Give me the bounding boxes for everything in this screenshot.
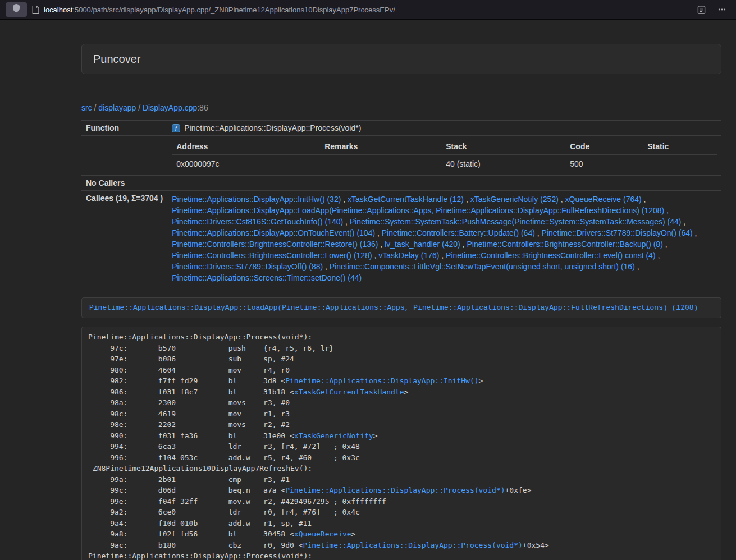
divider xyxy=(81,90,721,90)
callee-separator: , xyxy=(642,195,646,204)
function-title: f Pinetime::Applications::DisplayApp::Pr… xyxy=(172,123,717,132)
callee-separator: , xyxy=(460,240,467,249)
callee-separator: , xyxy=(464,195,470,204)
callee-link[interactable]: Pinetime::Drivers::St7789::DisplayOn() (… xyxy=(542,228,693,237)
cell-code: 500 xyxy=(565,155,643,172)
function-icon: f xyxy=(172,124,180,132)
column-header-static: Static xyxy=(643,139,717,155)
callee-link[interactable]: Pinetime::Components::LittleVgl::SetNewT… xyxy=(330,262,635,271)
code-symbol-link[interactable]: xQueueReceive xyxy=(294,530,351,538)
reader-mode-icon[interactable] xyxy=(697,6,706,14)
breadcrumb-separator: / xyxy=(92,103,99,112)
tracking-protection-button[interactable] xyxy=(6,2,27,17)
function-name: Pinetime::Applications::DisplayApp::Proc… xyxy=(184,123,361,132)
page-icon xyxy=(32,6,39,14)
callee-link[interactable]: Pinetime::Controllers::BrightnessControl… xyxy=(172,240,378,249)
breadcrumb-separator: / xyxy=(136,103,143,112)
callee-link[interactable]: Pinetime::Controllers::BrightnessControl… xyxy=(467,240,662,249)
callee-separator: , xyxy=(323,262,330,271)
symbol-details-row: Address Remarks Stack Code Static 0x0000… xyxy=(81,136,721,176)
column-header-remarks: Remarks xyxy=(320,139,441,155)
callee-separator: , xyxy=(375,228,382,237)
page-content: Puncover src / displayapp / DisplayApp.c… xyxy=(81,44,721,560)
breadcrumb-line-number: :86 xyxy=(197,103,208,112)
callees-label: Callees (19, Σ=3704 ) xyxy=(81,191,167,287)
callee-link[interactable]: Pinetime::Applications::Screens::Timer::… xyxy=(172,273,362,282)
browser-url-bar: localhost:5000/path/src/displayapp/Displ… xyxy=(0,0,736,20)
callee-separator: , xyxy=(681,217,685,226)
callees-row: Callees (19, Σ=3704 ) Pinetime::Applicat… xyxy=(81,191,721,287)
callee-separator: , xyxy=(439,251,446,260)
no-callers-row: No Callers xyxy=(81,176,721,191)
cell-address: 0x0000097c xyxy=(172,155,320,172)
callee-separator: , xyxy=(693,228,697,237)
callee-separator: , xyxy=(664,206,669,215)
callees-list: Pinetime::Applications::DisplayApp::Init… xyxy=(167,191,721,287)
breadcrumb-link[interactable]: displayapp xyxy=(98,103,136,112)
highlighted-symbol-link[interactable]: Pinetime::Applications::DisplayApp::Load… xyxy=(89,304,698,312)
callee-link[interactable]: xTaskGenericNotify (252) xyxy=(470,195,559,204)
breadcrumb-link[interactable]: DisplayApp.cpp xyxy=(143,103,197,112)
callee-link[interactable]: Pinetime::Applications::DisplayApp::Init… xyxy=(172,195,341,204)
cell-remarks xyxy=(320,155,441,172)
url-text: localhost:5000/path/src/displayapp/Displ… xyxy=(44,6,395,14)
header-panel: Puncover xyxy=(81,44,721,74)
cell-static xyxy=(643,155,717,172)
callee-link[interactable]: Pinetime::Controllers::Battery::Update()… xyxy=(382,228,535,237)
disassembly-code: Pinetime::Applications::DisplayApp::Proc… xyxy=(88,333,549,560)
shield-icon xyxy=(12,4,20,15)
callee-link[interactable]: xTaskGetCurrentTaskHandle (12) xyxy=(348,195,464,204)
callee-link[interactable]: Pinetime::Controllers::BrightnessControl… xyxy=(446,251,655,260)
code-symbol-link[interactable]: Pinetime::Applications::DisplayApp::Proc… xyxy=(285,486,505,494)
code-symbol-link[interactable]: Pinetime::Applications::DisplayApp::Init… xyxy=(285,377,478,385)
details-header-row: Address Remarks Stack Code Static xyxy=(172,139,717,155)
callee-separator: , xyxy=(635,262,639,271)
callee-separator: , xyxy=(656,251,660,260)
cell-stack: 40 (static) xyxy=(441,155,565,172)
callee-separator: , xyxy=(559,195,565,204)
callee-link[interactable]: Pinetime::Applications::DisplayApp::Load… xyxy=(172,206,664,215)
details-data-row: 0x0000097c 40 (static) 500 xyxy=(172,155,717,172)
code-symbol-link[interactable]: xTaskGenericNotify xyxy=(294,432,373,440)
code-symbol-link[interactable]: xTaskGetCurrentTaskHandle xyxy=(294,388,404,396)
function-row-label: Function xyxy=(81,121,167,136)
callee-link[interactable]: xQueueReceive (764) xyxy=(565,195,642,204)
column-header-code: Code xyxy=(565,139,643,155)
callee-separator: , xyxy=(343,217,350,226)
callee-separator: , xyxy=(378,240,385,249)
column-header-stack: Stack xyxy=(441,139,565,155)
function-table: Function f Pinetime::Applications::Displ… xyxy=(81,120,721,286)
callee-separator: , xyxy=(341,195,348,204)
page-title: Puncover xyxy=(93,52,710,66)
callee-link[interactable]: Pinetime::Drivers::St7789::DisplayOff() … xyxy=(172,262,323,271)
symbol-details-table: Address Remarks Stack Code Static 0x0000… xyxy=(172,139,717,172)
callee-link[interactable]: Pinetime::Drivers::Cst816S::GetTouchInfo… xyxy=(172,217,343,226)
highlighted-symbol-box: Pinetime::Applications::DisplayApp::Load… xyxy=(81,297,721,318)
url-host: localhost xyxy=(44,6,72,14)
code-symbol-link[interactable]: Pinetime::Applications::DisplayApp::Proc… xyxy=(303,541,523,549)
url-bar-actions xyxy=(697,6,730,14)
overflow-menu-icon[interactable] xyxy=(718,6,726,13)
callee-link[interactable]: lv_task_handler (420) xyxy=(385,240,460,249)
callee-link[interactable]: Pinetime::Controllers::BrightnessControl… xyxy=(172,251,372,260)
callee-separator: , xyxy=(663,240,668,249)
disassembly-block: Pinetime::Applications::DisplayApp::Proc… xyxy=(81,327,721,560)
callee-link[interactable]: vTaskDelay (176) xyxy=(378,251,439,260)
address-bar[interactable]: localhost:5000/path/src/displayapp/Displ… xyxy=(32,6,697,14)
column-header-address: Address xyxy=(172,139,320,155)
function-row: Function f Pinetime::Applications::Displ… xyxy=(81,121,721,136)
breadcrumb: src / displayapp / DisplayApp.cpp:86 xyxy=(81,102,721,113)
callee-separator: , xyxy=(372,251,379,260)
url-path: :5000/path/src/displayapp/DisplayApp.cpp… xyxy=(72,6,395,14)
callee-link[interactable]: Pinetime::Applications::DisplayApp::OnTo… xyxy=(172,228,375,237)
no-callers-label: No Callers xyxy=(81,176,167,191)
breadcrumb-link[interactable]: src xyxy=(81,103,92,112)
callee-separator: , xyxy=(535,228,542,237)
callee-link[interactable]: Pinetime::System::SystemTask::PushMessag… xyxy=(350,217,682,226)
